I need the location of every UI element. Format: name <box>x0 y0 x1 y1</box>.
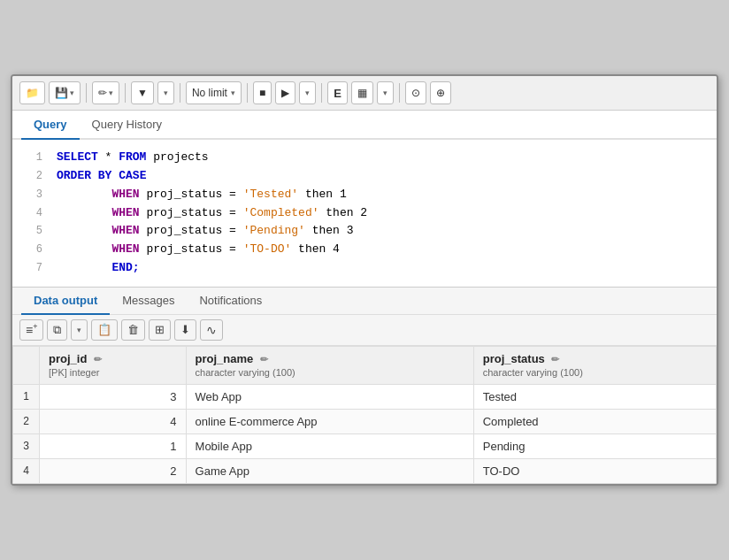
add-row-btn[interactable]: ≡+ <box>19 319 43 341</box>
filter-chevron-icon: ▾ <box>164 88 168 97</box>
stop-btn[interactable]: ■ <box>253 81 272 104</box>
line-num-3: 3 <box>21 187 42 203</box>
cell-proj-name-2: online E-commerce App <box>186 409 473 433</box>
copy-chevron-btn[interactable]: ▾ <box>71 319 88 341</box>
cell-proj-status-1: Tested <box>473 384 716 409</box>
sql-code-5: WHEN proj_status = 'Pending' then 3 <box>57 222 354 241</box>
table-row: 1 3 Web App Tested <box>13 384 717 409</box>
pencil-icon: ✏ <box>98 87 107 99</box>
sql-code-6: WHEN proj_status = 'TO-DO' then 4 <box>57 241 340 259</box>
col-header-proj-status: proj_status ✏ character varying (100) <box>473 346 716 384</box>
edit-btn[interactable]: ✏ ▾ <box>92 81 119 104</box>
cell-proj-id-1: 3 <box>40 384 187 409</box>
separator-5 <box>321 83 322 103</box>
save-btn[interactable]: 💾 ▾ <box>49 81 81 104</box>
paste-btn[interactable]: 📋 <box>91 319 118 341</box>
sql-code-2: ORDER BY CASE <box>57 167 146 186</box>
separator-3 <box>180 83 180 103</box>
db-icon2: ⊕ <box>436 87 445 99</box>
chart-icon: ▦ <box>357 87 367 99</box>
download-icon: ⬇ <box>180 323 190 336</box>
chart-btn[interactable]: ▦ <box>351 81 373 104</box>
data-table-container: proj_id ✏ [PK] integer proj_name ✏ chara… <box>12 346 717 484</box>
copy-rows-icon: ⧉ <box>53 323 61 337</box>
save-chevron-icon: ▾ <box>70 88 74 97</box>
tab-notifications[interactable]: Notifications <box>187 288 274 315</box>
run-chevron-icon: ▾ <box>305 88 310 97</box>
line-num-1: 1 <box>21 150 42 166</box>
sql-code-1: SELECT * FROM projects <box>57 149 209 167</box>
table-row: 3 1 Mobile App Pending <box>13 433 717 458</box>
sql-code-4: WHEN proj_status = 'Completed' then 2 <box>57 204 367 223</box>
edit-proj-name-icon[interactable]: ✏ <box>260 354 268 364</box>
db-connect-btn[interactable]: ⊙ <box>405 81 426 104</box>
download-btn[interactable]: ⬇ <box>174 319 196 341</box>
tab-data-output[interactable]: Data output <box>21 288 110 315</box>
sql-line-3: 3 WHEN proj_status = 'Tested' then 1 <box>12 186 717 204</box>
main-toolbar: 📁 💾 ▾ ✏ ▾ ▼ ▾ No limit ▾ ■ ▶ ▾ <box>12 76 717 111</box>
col-sub-proj-id: [PK] integer <box>49 367 99 378</box>
col-sub-proj-status: character varying (100) <box>483 367 583 378</box>
line-num-4: 4 <box>21 205 42 222</box>
db-btn2[interactable]: ⊕ <box>430 81 451 104</box>
filter-chevron-btn[interactable]: ▾ <box>157 81 174 104</box>
explain-icon: E <box>334 87 341 100</box>
sql-code-7: END; <box>57 259 140 278</box>
run-chevron-btn[interactable]: ▾ <box>299 81 316 104</box>
col-name-proj-status: proj_status <box>483 352 545 365</box>
save-icon: 💾 <box>55 87 68 99</box>
filter-btn[interactable]: ▼ <box>131 81 154 104</box>
sql-editor[interactable]: 1 SELECT * FROM projects 2 ORDER BY CASE… <box>12 140 717 288</box>
col-name-proj-name: proj_name <box>196 352 254 365</box>
output-tabs-bar: Data output Messages Notifications <box>12 288 717 315</box>
edit-proj-status-icon[interactable]: ✏ <box>551 354 559 364</box>
cell-proj-status-3: Pending <box>473 433 716 458</box>
delete-btn[interactable]: 🗑 <box>121 319 145 341</box>
explain-btn[interactable]: E <box>327 81 348 104</box>
separator-6 <box>399 83 400 103</box>
copy-rows-btn[interactable]: ⧉ <box>47 319 67 341</box>
query-tabs-bar: Query Query History <box>12 111 717 140</box>
chart-chevron-icon: ▾ <box>383 88 388 97</box>
main-window: 📁 💾 ▾ ✏ ▾ ▼ ▾ No limit ▾ ■ ▶ ▾ <box>11 74 718 486</box>
cell-proj-status-2: Completed <box>473 409 716 433</box>
run-btn[interactable]: ▶ <box>275 81 295 104</box>
filter-results-btn[interactable]: ⊞ <box>149 319 171 341</box>
tab-messages[interactable]: Messages <box>110 288 187 315</box>
col-name-proj-id: proj_id <box>49 352 87 365</box>
copy-chevron-icon: ▾ <box>77 326 81 334</box>
sql-line-4: 4 WHEN proj_status = 'Completed' then 2 <box>12 204 717 223</box>
paste-icon: 📋 <box>97 323 111 336</box>
col-header-proj-name: proj_name ✏ character varying (100) <box>186 346 473 384</box>
col-header-proj-id: proj_id ✏ [PK] integer <box>40 346 187 384</box>
sql-line-2: 2 ORDER BY CASE <box>12 167 717 186</box>
chart-results-btn[interactable]: ∿ <box>200 319 223 341</box>
results-table: proj_id ✏ [PK] integer proj_name ✏ chara… <box>12 346 717 484</box>
tab-query[interactable]: Query <box>21 111 80 140</box>
line-num-2: 2 <box>21 168 42 185</box>
row-num-1: 1 <box>13 384 40 409</box>
tab-query-history[interactable]: Query History <box>80 111 174 140</box>
row-num-3: 3 <box>13 433 40 458</box>
cell-proj-id-4: 2 <box>40 458 187 483</box>
sql-line-1: 1 SELECT * FROM projects <box>12 149 717 167</box>
cell-proj-id-2: 4 <box>40 409 187 433</box>
chart-results-icon: ∿ <box>206 323 217 337</box>
sql-line-5: 5 WHEN proj_status = 'Pending' then 3 <box>12 222 717 241</box>
separator-1 <box>86 83 87 103</box>
col-sub-proj-name: character varying (100) <box>196 367 295 378</box>
open-folder-btn[interactable]: 📁 <box>19 81 45 104</box>
filter-results-icon: ⊞ <box>155 323 165 336</box>
filter-icon: ▼ <box>137 87 148 99</box>
cell-proj-id-3: 1 <box>40 433 187 458</box>
chart-chevron-btn[interactable]: ▾ <box>377 81 394 104</box>
sql-line-7: 7 END; <box>12 259 717 278</box>
limit-dropdown[interactable]: No limit ▾ <box>186 81 242 104</box>
output-toolbar: ≡+ ⧉ ▾ 📋 🗑 ⊞ ⬇ ∿ <box>12 315 717 346</box>
edit-proj-id-icon[interactable]: ✏ <box>94 354 102 364</box>
limit-chevron-icon: ▾ <box>231 88 235 97</box>
table-header-row: proj_id ✏ [PK] integer proj_name ✏ chara… <box>13 346 717 384</box>
table-row: 4 2 Game App TO-DO <box>13 458 717 483</box>
cell-proj-name-1: Web App <box>186 384 473 409</box>
sql-code-3: WHEN proj_status = 'Tested' then 1 <box>57 186 347 204</box>
